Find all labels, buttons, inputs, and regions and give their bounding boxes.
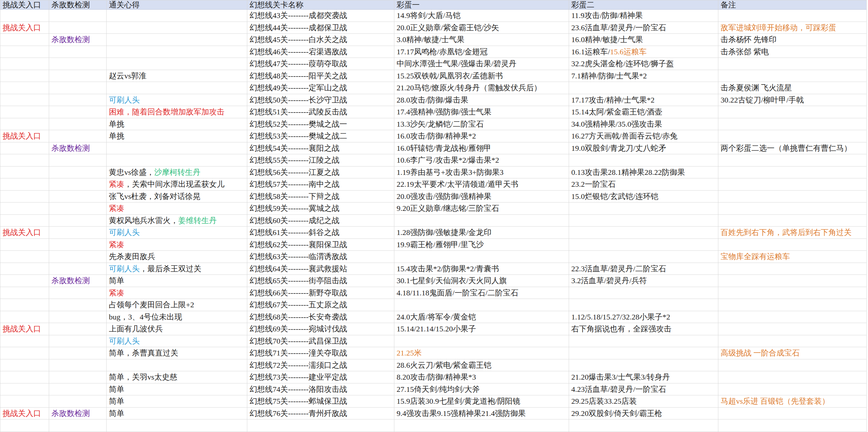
cell[interactable]	[718, 202, 867, 215]
cell[interactable]: 简单	[106, 383, 247, 395]
cell[interactable]: 幻想线53关--------樊城之战二	[247, 130, 394, 142]
cell[interactable]	[0, 347, 49, 359]
cell[interactable]	[718, 106, 867, 118]
cell[interactable]: 杀敌数检测	[49, 275, 106, 287]
cell[interactable]: 1.28强防御/强敏捷果/金龙印	[394, 227, 569, 239]
cell[interactable]	[718, 214, 867, 227]
cell[interactable]	[718, 10, 867, 22]
cell[interactable]: 29.25店装33.25店装	[569, 395, 718, 408]
cell[interactable]: 3.0精神/敏捷/士气果	[394, 34, 569, 46]
cell[interactable]	[49, 311, 106, 323]
cell[interactable]: 27.15倚天剑/纯均剑/大斧	[394, 383, 569, 395]
cell[interactable]	[569, 238, 718, 251]
cell[interactable]: 29.20双股剑/倚天剑/霸王枪	[569, 407, 718, 420]
cell[interactable]	[394, 420, 569, 432]
cell[interactable]	[49, 299, 106, 311]
cell[interactable]: 幻想线48关--------阳平关之战	[247, 70, 394, 82]
cell[interactable]	[718, 323, 867, 335]
cell[interactable]: 紧凑	[106, 202, 247, 215]
cell[interactable]	[49, 263, 106, 275]
cell[interactable]: 15.0烂银铠/玄武铠/连环铠	[569, 190, 718, 202]
cell[interactable]: 上面有几波伏兵	[106, 323, 247, 335]
cell[interactable]: 16.0轩辕铠/青龙战袍/雁翎甲	[394, 142, 569, 154]
cell[interactable]	[0, 142, 49, 154]
cell[interactable]: 28.0攻击/防御/爆击果	[394, 94, 569, 106]
cell[interactable]	[49, 178, 106, 191]
cell[interactable]	[49, 335, 106, 347]
cell[interactable]	[0, 299, 49, 311]
cell[interactable]: 幻想线62关--------襄阳保卫战	[247, 238, 394, 251]
cell[interactable]	[106, 46, 247, 58]
cell[interactable]	[0, 70, 49, 82]
cell[interactable]: 20.0强攻击/强防御/强精神果	[394, 190, 569, 202]
cell[interactable]: 幻想线45关--------白水关之战	[247, 34, 394, 46]
cell[interactable]: 幻想线58关--------下辩之战	[247, 190, 394, 202]
cell[interactable]: 幻想线46关--------宕渠遇敌战	[247, 46, 394, 58]
column-header[interactable]: 杀敌数检测	[49, 0, 106, 10]
cell[interactable]	[106, 420, 247, 432]
cell[interactable]: 幻想线43关--------成都突袭战	[247, 10, 394, 22]
cell[interactable]: 简单	[106, 395, 247, 408]
cell[interactable]	[718, 407, 867, 420]
cell[interactable]	[49, 251, 106, 263]
cell[interactable]	[0, 287, 49, 299]
cell[interactable]	[106, 142, 247, 154]
cell[interactable]	[49, 371, 106, 383]
cell[interactable]	[718, 70, 867, 82]
cell[interactable]: 幻想线61关--------斜谷之战	[247, 227, 394, 239]
cell[interactable]	[106, 154, 247, 167]
cell[interactable]	[569, 82, 718, 94]
cell[interactable]: 9.4强攻击果9.15强精神果21.4强防御果	[394, 407, 569, 420]
cell[interactable]: 4.18/11.18鬼面盾/一阶宝石/二阶宝石	[394, 287, 569, 299]
cell[interactable]	[49, 10, 106, 22]
cell[interactable]: 15.25双铁戟/凤凰羽衣/孟德新书	[394, 70, 569, 82]
cell[interactable]: 马超vs乐进 百锻铠（先登套装）	[718, 395, 867, 408]
cell[interactable]	[49, 395, 106, 408]
cell[interactable]: 紧凑	[106, 238, 247, 251]
cell[interactable]: 13.3沙矢/龙鳞铠/二阶宝石	[394, 118, 569, 130]
cell[interactable]: 16.0攻击/防御/精神果*2	[394, 130, 569, 142]
cell[interactable]: 可刷人头，最后杀王双过关	[106, 263, 247, 275]
column-header[interactable]: 彩蛋一	[394, 0, 569, 10]
cell[interactable]	[718, 275, 867, 287]
cell[interactable]	[49, 287, 106, 299]
cell[interactable]	[569, 335, 718, 347]
cell[interactable]	[0, 166, 49, 178]
cell[interactable]	[569, 299, 718, 311]
cell[interactable]	[49, 420, 106, 432]
cell[interactable]: 幻想线59关--------冀城之战	[247, 202, 394, 215]
cell[interactable]	[718, 130, 867, 142]
cell[interactable]	[49, 22, 106, 34]
cell[interactable]: 幻想线74关--------洛阳攻击战	[247, 383, 394, 395]
cell[interactable]	[569, 287, 718, 299]
cell[interactable]: 16.0精神/敏捷/士气果	[569, 34, 718, 46]
cell[interactable]	[49, 70, 106, 82]
cell[interactable]: 杀敌数检测	[49, 34, 106, 46]
cell[interactable]	[394, 214, 569, 227]
cell[interactable]: 30.22古锭刀/柳叶甲/手戟	[718, 94, 867, 106]
cell[interactable]: 挑战关入口	[0, 130, 49, 142]
cell[interactable]	[718, 311, 867, 323]
cell[interactable]: 先杀麦田敌兵	[106, 251, 247, 263]
cell[interactable]: 8.20攻击/防御/精神果*3	[394, 371, 569, 383]
cell[interactable]: 高级挑战 一阶合成宝石	[718, 347, 867, 359]
cell[interactable]: 7.1精神/防御/士气果*2	[569, 70, 718, 82]
cell[interactable]	[0, 82, 49, 94]
cell[interactable]: 23.6活血草/碧灵丹/一阶宝石	[569, 22, 718, 34]
cell[interactable]: 幻想线64关--------襄武救援站	[247, 263, 394, 275]
cell[interactable]	[0, 118, 49, 130]
cell[interactable]	[718, 383, 867, 395]
cell[interactable]	[106, 359, 247, 371]
cell[interactable]: 28.6火云刀/紫电/紫金霸王铠	[394, 359, 569, 371]
cell[interactable]	[394, 299, 569, 311]
cell[interactable]: 幻想线47关--------葭萌夺取战	[247, 58, 394, 70]
cell[interactable]	[0, 190, 49, 202]
cell[interactable]: 19.0双股剑/青龙刀/丈八蛇矛	[569, 142, 718, 154]
cell[interactable]	[569, 154, 718, 167]
cell[interactable]: 简单	[106, 407, 247, 420]
cell[interactable]: 20.0正义勋章/紫金霸王铠/沙矢	[394, 22, 569, 34]
cell[interactable]: 击杀夏侯渊 飞火流星	[718, 82, 867, 94]
cell[interactable]: 幻想线73关--------建业平定战	[247, 371, 394, 383]
cell[interactable]	[106, 58, 247, 70]
cell[interactable]: 24.0大盾/将军令/黄金铠	[394, 311, 569, 323]
